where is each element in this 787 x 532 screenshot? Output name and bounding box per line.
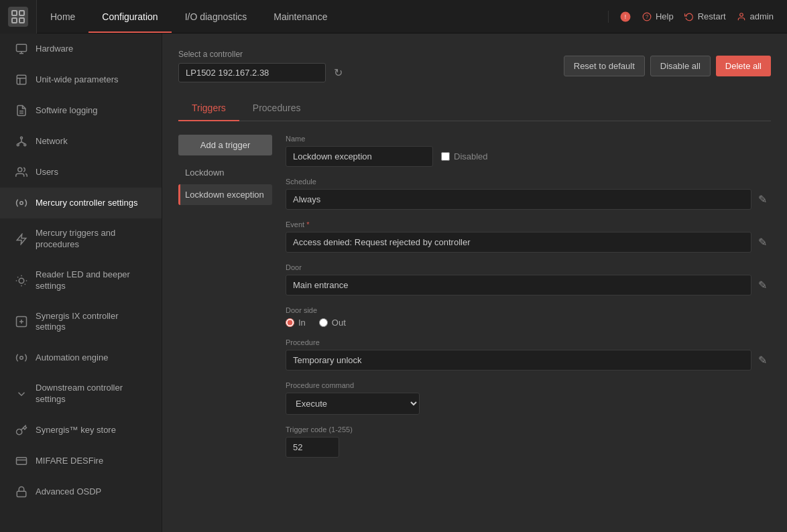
sidebar-item-mifare[interactable]: MIFARE DESFire [0, 446, 162, 476]
name-input[interactable] [286, 146, 433, 167]
sidebar: Hardware Unit-wide parameters Softwire l… [0, 34, 162, 532]
disable-all-button[interactable]: Disable all [650, 56, 711, 76]
door-row: ✎ [286, 275, 771, 295]
schedule-row: ✎ [286, 189, 771, 210]
door-side-in-radio[interactable] [286, 318, 294, 327]
door-group: Door ✎ [286, 263, 771, 295]
nav-configuration[interactable]: Configuration [88, 0, 171, 33]
procedure-cmd-select[interactable]: Execute Stop [286, 393, 420, 415]
controller-dropdown[interactable]: LP1502 192.167.2.38 [178, 63, 326, 82]
svg-rect-0 [12, 11, 17, 15]
procedure-input[interactable] [286, 350, 751, 371]
schedule-label: Schedule [286, 178, 771, 186]
sidebar-item-osdp[interactable]: Advanced OSDP [0, 476, 162, 507]
event-edit-button[interactable]: ✎ [754, 233, 771, 251]
refresh-button[interactable]: ↻ [331, 64, 345, 82]
trigger-item-lockdown-exception[interactable]: Lockdown exception [178, 184, 272, 205]
svg-point-24 [20, 202, 23, 205]
event-label: Event [286, 220, 771, 228]
tab-procedures[interactable]: Procedures [239, 96, 314, 121]
disabled-checkbox-group: Disabled [441, 151, 488, 161]
add-trigger-button[interactable]: Add a trigger [178, 135, 272, 155]
sidebar-item-keystore[interactable]: Synergis™ key store [0, 415, 162, 446]
door-side-out-radio[interactable] [319, 318, 328, 327]
notification-bell[interactable]: ! [619, 11, 631, 23]
trigger-item-lockdown[interactable]: Lockdown [178, 162, 272, 183]
svg-line-29 [17, 277, 18, 277]
svg-line-21 [18, 142, 21, 144]
admin-button[interactable]: admin [737, 11, 774, 21]
door-side-in-label[interactable]: In [286, 318, 306, 328]
procedure-edit-button[interactable]: ✎ [754, 351, 771, 369]
tab-triggers[interactable]: Triggers [178, 96, 239, 121]
topnav: Home Configuration I/O diagnostics Maint… [0, 0, 787, 34]
sidebar-item-network[interactable]: Network [0, 126, 162, 157]
door-side-out-label[interactable]: Out [319, 318, 346, 328]
disabled-checkbox[interactable] [441, 152, 450, 161]
name-group: Name Disabled [286, 135, 771, 167]
topnav-menu: Home Configuration I/O diagnostics Maint… [37, 0, 608, 33]
schedule-input[interactable] [286, 189, 751, 210]
svg-line-30 [25, 283, 25, 284]
procedure-row: ✎ [286, 350, 771, 371]
sidebar-item-softwire[interactable]: Softwire logging [0, 95, 162, 126]
controller-select-row: LP1502 192.167.2.38 ↻ [178, 63, 345, 82]
svg-marker-25 [17, 234, 26, 244]
trigger-code-input[interactable] [286, 437, 339, 458]
topnav-right: ! ? Help Restart admin [608, 11, 787, 23]
door-edit-button[interactable]: ✎ [754, 276, 771, 294]
schedule-edit-button[interactable]: ✎ [754, 190, 771, 208]
logo [0, 0, 37, 34]
tabs: Triggers Procedures [178, 96, 771, 121]
event-group: Event ✎ [286, 220, 771, 253]
app-body: Hardware Unit-wide parameters Softwire l… [0, 34, 787, 532]
svg-rect-39 [17, 491, 26, 496]
event-input[interactable] [286, 232, 751, 253]
svg-text:!: ! [625, 14, 626, 20]
sidebar-item-synergis-ix[interactable]: Synergis IX controller settings [0, 302, 162, 343]
svg-text:?: ? [646, 13, 649, 19]
sidebar-item-reader-led[interactable]: Reader LED and beeper settings [0, 260, 162, 302]
svg-point-18 [17, 144, 19, 146]
trigger-code-group: Trigger code (1-255) [286, 425, 771, 458]
sidebar-item-downstream[interactable]: Downstream controller settings [0, 373, 162, 415]
svg-point-36 [20, 356, 23, 360]
nav-io-diagnostics[interactable]: I/O diagnostics [172, 0, 261, 33]
svg-point-8 [739, 13, 743, 16]
help-button[interactable]: ? Help [642, 11, 674, 21]
delete-all-button[interactable]: Delete all [716, 56, 771, 76]
controller-label: Select a controller [178, 50, 345, 59]
nav-maintenance[interactable]: Maintenance [260, 0, 341, 33]
svg-rect-12 [17, 75, 26, 84]
svg-rect-1 [19, 11, 24, 15]
trigger-list: Add a trigger Lockdown Lockdown exceptio… [178, 135, 272, 468]
svg-line-22 [21, 142, 25, 144]
schedule-group: Schedule ✎ [286, 178, 771, 210]
sidebar-item-unit-wide[interactable]: Unit-wide parameters [0, 64, 162, 95]
svg-rect-9 [17, 44, 27, 52]
reset-to-default-button[interactable]: Reset to default [564, 56, 645, 76]
sidebar-item-automation[interactable]: Automation engine [0, 342, 162, 373]
svg-point-26 [19, 278, 24, 283]
sidebar-item-users[interactable]: Users [0, 157, 162, 188]
nav-home[interactable]: Home [37, 0, 88, 33]
door-side-options: In Out [286, 318, 771, 328]
sidebar-item-mercury-controller[interactable]: Mercury controller settings [0, 188, 162, 218]
form-panel: Name Disabled Schedule ✎ [286, 135, 771, 468]
svg-rect-3 [19, 18, 24, 23]
door-input[interactable] [286, 275, 751, 295]
procedure-cmd-label: Procedure command [286, 381, 771, 389]
trigger-code-label: Trigger code (1-255) [286, 425, 771, 434]
svg-point-17 [21, 137, 23, 139]
controller-actions: Reset to default Disable all Delete all [564, 56, 771, 76]
main-content: Select a controller LP1502 192.167.2.38 … [162, 34, 787, 532]
svg-point-19 [24, 144, 26, 146]
restart-button[interactable]: Restart [684, 11, 726, 21]
procedure-cmd-group: Procedure command Execute Stop [286, 381, 771, 415]
procedure-group: Procedure ✎ [286, 338, 771, 371]
controller-selector: Select a controller LP1502 192.167.2.38 … [178, 50, 345, 82]
sidebar-item-hardware[interactable]: Hardware [0, 34, 162, 64]
sidebar-item-mercury-triggers[interactable]: Mercury triggers and procedures [0, 218, 162, 260]
name-row: Disabled [286, 146, 771, 167]
door-side-label: Door side [286, 306, 771, 314]
